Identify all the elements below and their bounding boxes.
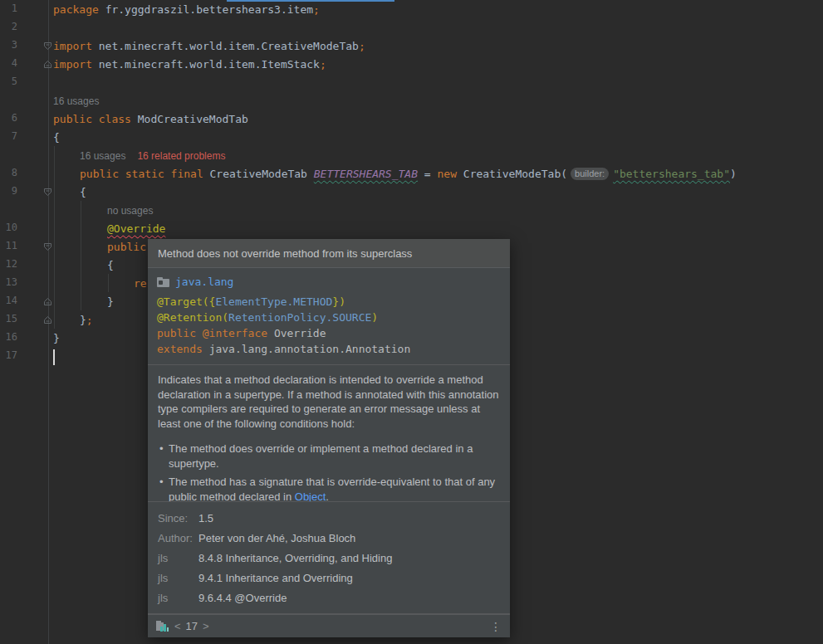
line-number: 13: [0, 276, 17, 288]
fold-region-start-icon[interactable]: [43, 41, 52, 51]
code-token: public: [107, 241, 146, 253]
code-token: @Override: [107, 222, 165, 235]
line-number: 10: [0, 222, 17, 233]
code-token: import: [53, 58, 99, 71]
code-token: {: [107, 259, 114, 271]
pager: < 17 >: [174, 620, 209, 632]
code-token: "bettershears_tab": [613, 168, 730, 180]
pager-next-button[interactable]: >: [203, 620, 209, 632]
fold-region-start-icon[interactable]: [43, 242, 52, 251]
ide-window: 1package fr.yggdraszil.bettershears3.ite…: [0, 0, 823, 644]
meta-label: jls: [158, 588, 198, 608]
code-token: BETTERSHEARS_TAB: [314, 168, 418, 180]
line-number: 11: [0, 240, 17, 251]
usages-hint[interactable]: 16 usages: [53, 95, 99, 107]
code-token: ;: [313, 3, 320, 16]
code-line: 10@Override: [0, 219, 823, 237]
code-token: }: [80, 314, 86, 326]
code-token: ): [730, 168, 737, 180]
line-number: 5: [0, 76, 17, 87]
code-token: Override: [274, 327, 326, 339]
usages-hint[interactable]: 16 usages: [80, 150, 125, 162]
meta-value: 9.4.1 Inheritance and Overriding: [198, 568, 353, 588]
code-token: =: [418, 168, 437, 180]
code-line: 7{: [0, 128, 823, 146]
code-token: CreativeModeTab: [210, 168, 314, 180]
code-token: import: [53, 40, 99, 52]
doc-intro: Indicates that a method declaration is i…: [158, 373, 500, 431]
code-token: extends: [157, 343, 209, 355]
meta-label: Author:: [158, 529, 198, 549]
code-token: net.minecraft.world.item.ItemStack: [99, 58, 320, 71]
text-caret: [53, 349, 55, 365]
line-number: 14: [0, 295, 17, 306]
code-token: re: [134, 277, 147, 290]
pager-value: 17: [186, 620, 198, 632]
code-token: ): [371, 311, 378, 324]
definition-line: @Target({ElementType.METHOD}): [157, 294, 501, 310]
bullet-glyph: •: [159, 475, 164, 490]
code-token: @Retention(: [157, 311, 228, 324]
line-number: 17: [0, 349, 17, 361]
package-row: java.lang: [148, 268, 510, 288]
doc-text: The method does override or implement a …: [169, 442, 473, 470]
line-number: 7: [0, 130, 17, 142]
code-token: {: [80, 186, 86, 198]
meta-value: 1.5: [198, 509, 213, 529]
meta-row: Author:Peter von der Ahé, Joshua Bloch: [158, 529, 500, 549]
fold-region-end-icon[interactable]: [43, 297, 52, 306]
code-line: 4import net.minecraft.world.item.ItemSta…: [0, 55, 823, 73]
meta-value: Peter von der Ahé, Joshua Bloch: [198, 529, 355, 549]
doc-text: .: [326, 490, 329, 502]
code-line: 2: [0, 18, 823, 37]
fold-region-end-icon[interactable]: [43, 315, 52, 324]
meta-value: 9.6.4.4 @Override: [198, 588, 287, 608]
popup-toolbar: < 17 > ⋮: [148, 614, 510, 637]
meta-value: 8.4.8 Inheritance, Overriding, and Hidin…: [198, 549, 392, 568]
inlay-annotation-line: no usages: [0, 201, 823, 219]
doc-text: The method has a signature that is overr…: [169, 476, 495, 501]
line-number: 3: [0, 39, 17, 51]
package-link[interactable]: java.lang: [175, 276, 233, 288]
code-token: ;: [359, 40, 365, 52]
inlay-annotation-line: 16 usages16 related problems: [0, 146, 823, 164]
code-token: public: [157, 327, 203, 339]
inlay-annotation-line: 16 usages: [0, 91, 823, 110]
object-link[interactable]: Object: [295, 490, 326, 502]
definition-line: public @interface Override: [157, 325, 501, 341]
definition-line: @Retention(RetentionPolicy.SOURCE): [157, 310, 501, 325]
fold-region-end-icon[interactable]: [43, 60, 52, 69]
toolwindow-icon[interactable]: [156, 621, 169, 632]
line-number: 16: [0, 331, 17, 343]
code-line: 9{: [0, 183, 823, 201]
code-token: }: [107, 295, 114, 308]
code-token: {: [53, 131, 60, 144]
inspection-message: Method does not override method from its…: [148, 239, 510, 268]
code-token: net.minecraft.world.item.CreativeModeTab: [99, 40, 359, 52]
pager-prev-button[interactable]: <: [174, 620, 181, 632]
code-line: 6public class ModCreativeModTab: [0, 110, 823, 128]
line-number: 6: [0, 112, 17, 124]
parameter-hint[interactable]: builder:: [571, 168, 609, 180]
fold-region-start-icon[interactable]: [43, 188, 52, 197]
code-token: RetentionPolicy.SOURCE: [228, 311, 371, 324]
code-token: }): [332, 295, 345, 308]
meta-row: Since:1.5: [158, 509, 500, 529]
code-token: @interface: [203, 327, 274, 339]
usages-hint[interactable]: 16 related problems: [137, 150, 225, 162]
doc-meta-table: Since:1.5Author:Peter von der Ahé, Joshu…: [148, 502, 510, 613]
doc-description: Indicates that a method declaration is i…: [148, 365, 510, 501]
code-line: 1package fr.yggdraszil.bettershears3.ite…: [0, 0, 823, 18]
meta-label: Since:: [158, 509, 198, 529]
documentation-popup: Method does not override method from its…: [148, 239, 510, 637]
usages-hint[interactable]: no usages: [107, 205, 153, 217]
code-token: java.lang.annotation.Annotation: [209, 343, 411, 355]
code-token: CreativeModeTab(: [463, 168, 567, 180]
meta-row: jls9.6.4.4 @Override: [158, 588, 500, 608]
more-options-icon[interactable]: ⋮: [490, 620, 502, 633]
code-token: package: [53, 3, 105, 16]
code-token: }: [53, 332, 60, 344]
annotation-definition: @Target({ElementType.METHOD})@Retention(…: [148, 288, 510, 364]
meta-row: jls9.4.1 Inheritance and Overriding: [158, 568, 500, 588]
line-number: 2: [0, 21, 17, 32]
